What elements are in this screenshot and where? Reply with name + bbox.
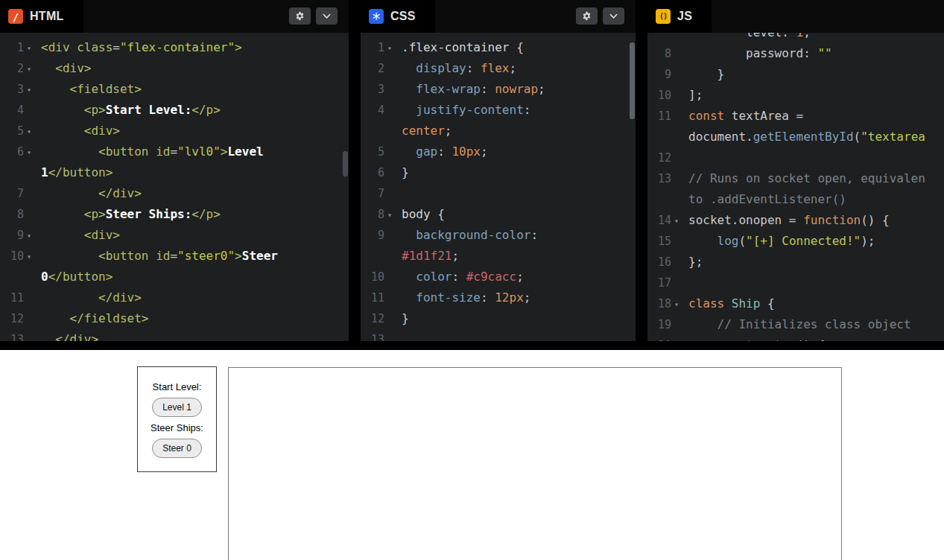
fold-gutter bbox=[24, 162, 34, 183]
fold-caret-icon[interactable]: ▾ bbox=[671, 293, 682, 314]
fold-caret-icon[interactable]: ▾ bbox=[24, 141, 34, 162]
code-line: to .addEventListener() bbox=[647, 189, 944, 210]
js-panel-tab[interactable]: () JS bbox=[647, 0, 712, 33]
line-number bbox=[361, 121, 384, 141]
fold-caret-icon[interactable]: ▾ bbox=[384, 204, 395, 225]
code-text bbox=[688, 273, 944, 293]
code-line: 5gap: 10px; bbox=[361, 141, 636, 162]
line-number: 5 bbox=[361, 141, 384, 162]
level-1-button[interactable]: Level 1 bbox=[152, 398, 202, 417]
code-text: constructor() { bbox=[688, 335, 944, 341]
line-number: 14 bbox=[647, 210, 671, 231]
line-number: 10 bbox=[0, 246, 24, 267]
fold-caret-icon[interactable]: ▾ bbox=[24, 121, 34, 141]
code-line: level: 1, bbox=[647, 33, 944, 43]
line-number: 2 bbox=[361, 58, 384, 79]
line-number: 7 bbox=[0, 183, 24, 204]
js-icon-glyph: () bbox=[659, 13, 667, 20]
fold-gutter bbox=[24, 267, 34, 287]
code-text: <p>Steer Ships:</p> bbox=[41, 204, 349, 225]
code-line: 15log("[+] Connected!"); bbox=[647, 231, 944, 252]
line-number: 12 bbox=[361, 308, 384, 329]
fold-caret-icon[interactable]: ▾ bbox=[384, 37, 395, 58]
line-number: 11 bbox=[361, 287, 384, 308]
fold-gutter bbox=[671, 252, 682, 273]
html-scrollbar-thumb[interactable] bbox=[343, 151, 348, 176]
code-text: } bbox=[402, 162, 636, 183]
start-level-label: Start Level: bbox=[153, 381, 202, 392]
html-collapse-button[interactable] bbox=[316, 7, 338, 25]
js-code-area[interactable]: level: 1,8password: ""9}10];11const text… bbox=[647, 33, 944, 341]
line-number: 7 bbox=[361, 183, 384, 204]
code-line: 8password: "" bbox=[647, 43, 944, 64]
fold-caret-icon[interactable]: ▾ bbox=[24, 58, 34, 79]
line-number: 5 bbox=[0, 121, 24, 141]
code-line: 12} bbox=[361, 308, 636, 329]
line-number: 18 bbox=[647, 293, 671, 314]
line-number: 2 bbox=[0, 58, 24, 79]
line-number bbox=[0, 162, 24, 183]
code-line: 8▾body { bbox=[361, 204, 636, 225]
code-line: 11font-size: 12px; bbox=[361, 287, 636, 308]
panel-resize-gutter[interactable] bbox=[349, 0, 361, 341]
html-panel-header: / HTML bbox=[0, 0, 349, 33]
preview-textarea[interactable] bbox=[228, 367, 842, 560]
line-number bbox=[647, 127, 671, 147]
css-collapse-button[interactable] bbox=[603, 7, 624, 25]
fold-gutter bbox=[384, 183, 395, 204]
preview-pane: Start Level: Level 1 Steer Ships: Steer … bbox=[0, 350, 944, 560]
code-text: <fieldset> bbox=[41, 79, 349, 100]
line-number: 11 bbox=[647, 106, 671, 127]
panel-resize-gutter[interactable] bbox=[636, 0, 647, 341]
steer-0-button[interactable]: Steer 0 bbox=[152, 439, 202, 458]
code-text bbox=[402, 183, 636, 204]
code-text: 1</button> bbox=[41, 162, 349, 183]
fold-gutter bbox=[384, 79, 395, 100]
fold-gutter bbox=[671, 33, 682, 43]
line-number: 13 bbox=[0, 329, 24, 341]
css-panel-header: * CSS bbox=[361, 0, 636, 33]
html-panel-tab[interactable]: / HTML bbox=[0, 0, 83, 33]
css-panel-tab[interactable]: * CSS bbox=[361, 0, 435, 33]
fold-caret-icon[interactable]: ▾ bbox=[24, 246, 34, 267]
fold-gutter bbox=[671, 314, 682, 335]
fold-caret-icon[interactable]: ▾ bbox=[24, 79, 34, 100]
steer-ships-label: Steer Ships: bbox=[151, 422, 203, 433]
code-text: <div> bbox=[41, 225, 349, 246]
fold-gutter bbox=[671, 64, 682, 85]
line-number: 4 bbox=[0, 100, 24, 121]
css-settings-button[interactable] bbox=[576, 7, 598, 25]
code-text: log("[+] Connected!"); bbox=[688, 231, 944, 252]
fold-gutter bbox=[671, 127, 682, 147]
fold-gutter bbox=[384, 225, 395, 246]
code-text: }; bbox=[688, 252, 944, 273]
html-settings-button[interactable] bbox=[289, 7, 311, 25]
code-text: font-size: 12px; bbox=[402, 287, 636, 308]
code-text: 0</button> bbox=[41, 267, 349, 287]
line-number bbox=[647, 33, 671, 43]
fold-gutter bbox=[24, 329, 34, 341]
editor-preview-divider[interactable] bbox=[0, 341, 944, 350]
line-number: 9 bbox=[647, 64, 671, 85]
fold-caret-icon[interactable]: ▾ bbox=[671, 210, 682, 231]
fold-caret-icon[interactable]: ▾ bbox=[24, 37, 34, 58]
css-code-area[interactable]: 1▾.flex-container {2display: flex;3flex-… bbox=[361, 33, 636, 341]
code-text: <div class="flex-container"> bbox=[41, 37, 349, 58]
code-line: 12 bbox=[647, 147, 944, 168]
fold-caret-icon[interactable]: ▾ bbox=[24, 225, 34, 246]
fold-gutter bbox=[384, 308, 395, 329]
code-text: </div> bbox=[41, 329, 349, 341]
fold-gutter bbox=[24, 287, 34, 308]
css-scrollbar-thumb[interactable] bbox=[630, 42, 635, 119]
code-line: 13</div> bbox=[0, 329, 349, 341]
html-code-area[interactable]: 1▾<div class="flex-container">2▾<div>3▾<… bbox=[0, 33, 349, 341]
code-line: 1</button> bbox=[0, 162, 349, 183]
code-line: 11</div> bbox=[0, 287, 349, 308]
code-line: 17 bbox=[647, 273, 944, 293]
code-line: 18▾class Ship { bbox=[647, 293, 944, 314]
fold-gutter bbox=[671, 273, 682, 293]
code-line: center; bbox=[361, 121, 636, 141]
line-number: 11 bbox=[0, 287, 24, 308]
line-number: 15 bbox=[647, 231, 671, 252]
code-line: #1d1f21; bbox=[361, 246, 636, 267]
